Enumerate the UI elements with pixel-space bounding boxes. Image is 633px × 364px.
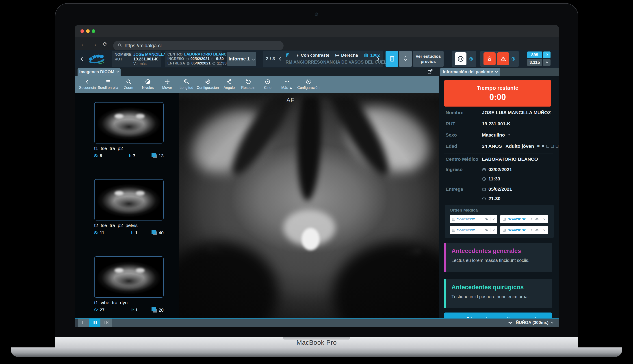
tool-cine[interactable]: Cine bbox=[258, 76, 277, 93]
tab-dicom-images[interactable]: Imagenes DICOM bbox=[78, 68, 121, 76]
tool-reset[interactable]: Resetear bbox=[239, 76, 258, 93]
order-file-chip[interactable]: Scan20132... × bbox=[500, 226, 548, 234]
pause-button[interactable] bbox=[455, 52, 467, 65]
tool-pan[interactable]: Mover bbox=[158, 76, 177, 93]
center-value: LABORATORIO BLANCO bbox=[184, 52, 230, 57]
statusbar-spacer bbox=[75, 318, 78, 326]
visibility-toggle-icon[interactable] bbox=[511, 56, 516, 61]
series-item[interactable]: t1_tse_tra_p2 S: 8 I: 7 13 bbox=[94, 102, 164, 159]
series-image-count: 40 bbox=[159, 230, 164, 236]
see-more-link[interactable]: Ver más bbox=[133, 62, 158, 66]
tab-patient-info[interactable]: Información del paciente bbox=[440, 68, 500, 76]
tool-more[interactable]: Más ▲ bbox=[277, 76, 297, 93]
tool-stack-scroll[interactable]: Scroll en pila bbox=[97, 76, 119, 93]
tool-angle[interactable]: Ángulo bbox=[220, 76, 239, 93]
contrast-icon: ◑ bbox=[296, 52, 299, 58]
network-node-selector[interactable]: ÑUÑOA (300ms) bbox=[501, 318, 559, 326]
mri-viewport[interactable]: AF bbox=[179, 93, 439, 318]
primary-counter-badge: 899 bbox=[527, 52, 542, 58]
next-chevron-button[interactable] bbox=[543, 52, 550, 58]
preview-eye-icon[interactable] bbox=[535, 228, 539, 232]
male-symbol-icon: ♂ bbox=[507, 132, 511, 138]
preview-eye-icon[interactable] bbox=[535, 217, 539, 221]
tool-length[interactable]: Longitud bbox=[177, 76, 196, 93]
layout-double-button[interactable] bbox=[89, 318, 100, 326]
app-logo[interactable] bbox=[87, 52, 108, 67]
orientation-label: AF bbox=[286, 97, 294, 104]
order-file-chip[interactable]: Scan20132... × bbox=[450, 215, 497, 223]
scan-grid-icon bbox=[452, 228, 456, 232]
comparative-study-banner[interactable]: 10/05/2021 Requiere estudio comparativo bbox=[444, 312, 552, 318]
warning-alert-button[interactable] bbox=[497, 52, 509, 65]
return-button[interactable] bbox=[543, 59, 550, 66]
layout-mixed-button[interactable] bbox=[100, 318, 112, 326]
series-name: t1_vibe_tra_dyn bbox=[94, 300, 164, 305]
panel-delivery-date: 05/02/2021 bbox=[488, 186, 512, 192]
close-window-button[interactable] bbox=[80, 29, 84, 33]
previous-studies-label: Ver estudios previos bbox=[413, 54, 444, 64]
tool-zoom[interactable]: Zoom bbox=[119, 76, 138, 93]
general-history-body: Lectus eu lorem massa tincidunt sociis. bbox=[452, 258, 546, 263]
order-file-chip[interactable]: Scan20132... × bbox=[500, 215, 548, 223]
tool-sequence[interactable]: Secuencia bbox=[78, 76, 97, 93]
remove-file-icon[interactable]: × bbox=[543, 228, 546, 232]
report-dropdown[interactable]: Informe 1 bbox=[227, 52, 256, 66]
next-study-chevron-icon[interactable] bbox=[375, 56, 380, 63]
layout-single-button[interactable] bbox=[78, 318, 89, 326]
tool-settings-2[interactable]: Configuración bbox=[297, 76, 320, 93]
preview-eye-icon[interactable] bbox=[484, 228, 488, 232]
visibility-toggle-icon[interactable] bbox=[469, 56, 474, 61]
series-thumbnail-mri[interactable] bbox=[94, 102, 164, 144]
report-editor-button[interactable] bbox=[385, 51, 398, 67]
macbook-mockup: ← → ⟳ ⇧ https://midalga.cl bbox=[0, 0, 633, 364]
admission-date: 02/02/2021 bbox=[190, 57, 209, 61]
header-back-chevron-icon[interactable] bbox=[79, 55, 85, 64]
laptop-front-lip bbox=[11, 348, 622, 357]
admission-time: 9:30 bbox=[216, 57, 224, 61]
clock-icon bbox=[211, 57, 215, 61]
back-icon[interactable]: ← bbox=[80, 41, 86, 47]
order-file-chip[interactable]: Scan20132... × bbox=[450, 226, 497, 234]
series-thumbnail-mri[interactable] bbox=[94, 179, 164, 220]
tool-levels[interactable]: Niveles bbox=[138, 76, 158, 93]
preview-eye-icon[interactable] bbox=[484, 217, 488, 221]
center-label: CENTRO bbox=[167, 52, 183, 57]
series-item[interactable]: t2_tse_tra_p2_pelvis S: 11 I: 1 40 bbox=[94, 179, 164, 236]
medical-order-card: Orden Médica Scan20132... × Scan2 bbox=[445, 205, 554, 238]
series-item[interactable]: t1_vibe_tra_dyn S: 27 I: 1 20 bbox=[94, 256, 164, 313]
siren-alert-button[interactable] bbox=[484, 52, 496, 65]
download-icon[interactable] bbox=[530, 217, 533, 221]
microphone-button[interactable] bbox=[399, 51, 412, 67]
download-icon[interactable] bbox=[479, 217, 483, 221]
secondary-counter-badge: 3.115 bbox=[527, 59, 542, 66]
reload-icon[interactable]: ⟳ bbox=[103, 41, 107, 47]
series-i-value: 1 bbox=[135, 230, 138, 235]
age-scale-indicator: ■ ■ □ □ □ bbox=[537, 143, 559, 149]
minimize-window-button[interactable] bbox=[86, 29, 90, 33]
previous-study-chevron-icon[interactable] bbox=[278, 56, 283, 63]
clock-icon bbox=[212, 62, 216, 65]
latency-pulse-icon bbox=[508, 320, 513, 325]
series-s-label: S: bbox=[94, 153, 98, 158]
address-bar[interactable]: https://midalga.cl bbox=[113, 41, 284, 50]
zoom-window-button[interactable] bbox=[92, 29, 95, 33]
series-thumbnail-mri[interactable] bbox=[94, 256, 164, 298]
contrast-label: Con contraste bbox=[301, 53, 329, 58]
clock-icon bbox=[482, 177, 486, 181]
series-s-value: 27 bbox=[100, 308, 104, 312]
external-link-icon[interactable] bbox=[427, 69, 433, 76]
remove-file-icon[interactable]: × bbox=[492, 228, 495, 232]
remove-file-icon[interactable]: × bbox=[492, 217, 495, 222]
search-icon bbox=[118, 43, 122, 48]
remove-file-icon[interactable]: × bbox=[543, 217, 546, 222]
forward-icon[interactable]: → bbox=[92, 41, 97, 47]
patient-rut-label: RUT bbox=[115, 57, 132, 62]
download-icon[interactable] bbox=[530, 228, 533, 232]
download-icon[interactable] bbox=[479, 228, 483, 232]
tool-settings[interactable]: Configuración bbox=[196, 76, 220, 93]
general-history-card: Antecedentes generales Lectus eu lorem m… bbox=[444, 243, 552, 272]
medical-order-title: Orden Médica bbox=[450, 208, 549, 213]
calendar-icon bbox=[186, 62, 190, 65]
report-document-icon[interactable] bbox=[286, 53, 290, 58]
previous-studies-button[interactable]: Ver estudios previos bbox=[413, 51, 444, 67]
